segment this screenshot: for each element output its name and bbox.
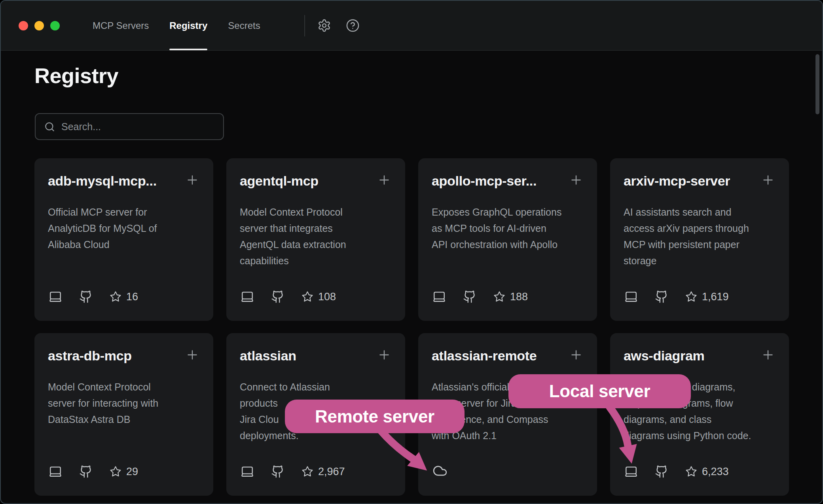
laptop-icon <box>241 465 254 478</box>
card-footer: 188 <box>432 290 528 303</box>
zoom-button[interactable] <box>50 21 60 30</box>
star-icon <box>110 291 121 303</box>
star-icon <box>110 466 121 477</box>
card-title: agentql-mcp <box>240 172 319 189</box>
star-icon <box>302 466 313 477</box>
laptop-icon <box>241 290 254 303</box>
search-input[interactable] <box>61 121 218 133</box>
card-title: aws-diagram <box>624 347 705 364</box>
window-controls <box>19 21 60 30</box>
card-description: Exposes GraphQL operations as MCP tools … <box>432 204 584 253</box>
tab-registry[interactable]: Registry <box>169 1 207 50</box>
registry-card[interactable]: aws-diagram Generate AWS diagrams, seque… <box>610 333 789 496</box>
card-title: arxiv-mcp-server <box>624 172 730 189</box>
star-count: 108 <box>318 291 336 303</box>
local-server-callout: Local server <box>508 374 691 408</box>
add-server-button[interactable] <box>569 172 584 188</box>
laptop-icon <box>624 465 638 478</box>
card-title: atlassian-remote <box>432 347 537 364</box>
cloud-icon <box>432 463 448 478</box>
star-count: 16 <box>126 291 138 303</box>
plus-icon <box>569 348 583 362</box>
page-title: Registry <box>34 63 118 88</box>
add-server-button[interactable] <box>185 172 200 188</box>
registry-card[interactable]: agentql-mcp Model Context Protocol serve… <box>226 158 405 321</box>
star-icon <box>302 291 313 303</box>
star-count: 188 <box>510 291 528 303</box>
laptop-icon <box>49 290 62 303</box>
card-footer: 2,967 <box>241 465 345 478</box>
registry-card[interactable]: apollo-mcp-ser... Exposes GraphQL operat… <box>418 158 597 321</box>
help-button[interactable] <box>345 18 360 33</box>
github-icon <box>655 290 668 303</box>
plus-icon <box>377 348 391 362</box>
close-button[interactable] <box>19 21 28 30</box>
plus-icon <box>185 348 199 362</box>
registry-card[interactable]: adb-mysql-mcp... Official MCP server for… <box>34 158 213 321</box>
laptop-icon <box>624 290 638 303</box>
registry-card[interactable]: arxiv-mcp-server AI assistants search an… <box>610 158 789 321</box>
card-footer <box>432 463 448 478</box>
title-bar: MCP Servers Registry Secrets <box>1 1 822 51</box>
add-server-button[interactable] <box>569 347 584 362</box>
card-title: astra-db-mcp <box>48 347 132 364</box>
plus-icon <box>761 348 775 362</box>
app-window: MCP Servers Registry Secrets Registry <box>0 0 823 504</box>
github-icon <box>655 465 668 478</box>
tab-bar: MCP Servers Registry Secrets <box>93 1 260 50</box>
github-icon <box>463 290 476 303</box>
star-count: 1,619 <box>702 291 729 303</box>
plus-icon <box>761 173 775 187</box>
star-count: 29 <box>126 466 138 478</box>
card-title: adb-mysql-mcp... <box>48 172 157 189</box>
registry-card[interactable]: astra-db-mcp Model Context Protocol serv… <box>34 333 213 496</box>
card-title: atlassian <box>240 347 296 364</box>
card-footer: 6,233 <box>624 465 729 478</box>
add-server-button[interactable] <box>185 347 200 362</box>
toolbar-actions <box>317 1 360 50</box>
help-icon <box>346 19 360 32</box>
github-icon <box>79 465 93 478</box>
laptop-icon <box>49 465 62 478</box>
scrollbar-thumb[interactable] <box>815 54 819 114</box>
tab-secrets[interactable]: Secrets <box>228 1 260 50</box>
star-count: 6,233 <box>702 466 729 478</box>
gear-icon <box>317 19 331 32</box>
card-description: Official MCP server for AnalyticDB for M… <box>48 204 200 253</box>
add-server-button[interactable] <box>377 172 392 188</box>
star-count: 2,967 <box>318 466 345 478</box>
star-icon <box>493 291 505 303</box>
card-footer: 108 <box>241 290 336 303</box>
add-server-button[interactable] <box>760 172 776 188</box>
search-icon <box>44 121 55 132</box>
settings-button[interactable] <box>317 18 332 33</box>
tab-mcp-servers[interactable]: MCP Servers <box>93 1 149 50</box>
card-footer: 1,619 <box>624 290 729 303</box>
github-icon <box>271 465 284 478</box>
plus-icon <box>569 173 583 187</box>
registry-grid: adb-mysql-mcp... Official MCP server for… <box>34 158 789 496</box>
remote-server-callout: Remote server <box>285 400 465 433</box>
github-icon <box>79 290 93 303</box>
plus-icon <box>185 173 199 187</box>
card-description: AI assistants search and access arXiv pa… <box>624 204 776 269</box>
laptop-icon <box>432 290 446 303</box>
star-icon <box>685 466 697 477</box>
card-title: apollo-mcp-ser... <box>432 172 537 189</box>
card-description: Model Context Protocol server that integ… <box>240 204 392 269</box>
add-server-button[interactable] <box>377 347 392 362</box>
card-description: Model Context Protocol server for intera… <box>48 379 200 428</box>
card-footer: 16 <box>49 290 138 303</box>
plus-icon <box>377 173 391 187</box>
card-footer: 29 <box>49 465 138 478</box>
search-box <box>35 113 224 140</box>
add-server-button[interactable] <box>760 347 776 362</box>
star-icon <box>685 291 697 303</box>
minimize-button[interactable] <box>34 21 44 30</box>
toolbar-divider <box>304 15 305 36</box>
github-icon <box>271 290 284 303</box>
